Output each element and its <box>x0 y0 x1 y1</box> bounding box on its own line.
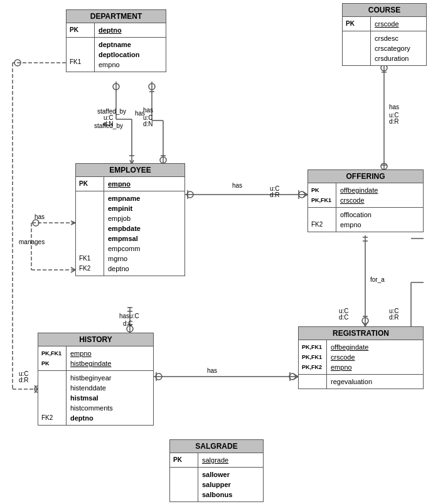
sal-attrs: sallower salupper salbonus <box>198 468 236 501</box>
hist-pk-attrs: empno histbegindate <box>67 346 115 370</box>
hist-histbeginyear: histbeginyear <box>70 373 113 383</box>
emp-mgrno: mgrno <box>108 254 141 264</box>
label-has-course: has <box>389 104 399 110</box>
emp-empbdate: empbdate <box>108 223 141 233</box>
entity-history: HISTORY PK,FK1 PK empno histbegindate FK… <box>38 333 154 426</box>
dn-has: d:N <box>143 121 153 127</box>
off-blank <box>311 210 333 220</box>
entity-employee-title: EMPLOYEE <box>76 164 184 177</box>
label-has-emp-offering: has <box>232 182 242 189</box>
hist-empno: empno <box>70 348 111 358</box>
off-pk-label: PK <box>311 185 333 195</box>
dc-for-a: d:C <box>339 314 349 321</box>
svg-point-12 <box>160 157 166 163</box>
entity-salgrade-title: SALGRADE <box>170 440 263 453</box>
off-crscode: crscode <box>340 195 378 205</box>
entity-salgrade: SALGRADE PK salgrade sallower salupper s… <box>169 439 264 502</box>
sal-salgrade: salgrade <box>202 455 228 465</box>
off-empno: empno <box>340 220 372 230</box>
dept-attrs: deptname deptlocation empno <box>95 38 143 72</box>
emp-empjob: empjob <box>108 213 141 223</box>
off-offbegindate: offbegindate <box>340 185 378 195</box>
hist-histbegindate: histbegindate <box>70 358 111 368</box>
reg-pkfk1-2-label: PK,FK1 <box>302 352 323 362</box>
course-crscategory: crscategory <box>375 43 410 53</box>
sal-pk-attrs: salgrade <box>198 453 232 467</box>
off-keys: PK PK,FK1 <box>308 183 336 207</box>
dept-pk-attrs: deptno <box>95 23 126 37</box>
hist-histmsal: histmsal <box>70 393 113 403</box>
label-has-dept-text: has <box>143 107 153 114</box>
off-fk2-label: FK2 <box>311 220 333 230</box>
entity-employee: EMPLOYEE PK empno FK1 FK2 empna <box>75 163 185 276</box>
entity-history-title: HISTORY <box>38 333 153 346</box>
dept-keys: PK <box>67 23 95 37</box>
dr-course: d:R <box>389 118 399 125</box>
emp-empno: empno <box>108 179 131 189</box>
entity-department-title: DEPARTMENT <box>67 10 166 23</box>
entity-registration-title: REGISTRATION <box>299 327 423 340</box>
svg-line-30 <box>365 322 368 326</box>
hist-pk-label: PK <box>41 358 63 368</box>
course-pk-label: PK <box>346 19 367 29</box>
entity-course-attrs: crsdesc crscategory crsduration <box>371 31 414 65</box>
label-manages: manages <box>19 239 45 245</box>
dr-left: d:R <box>19 377 29 383</box>
entity-offering-title: OFFERING <box>308 170 423 183</box>
emp-deptno: deptno <box>108 264 141 274</box>
entity-course-pk-attr: crscode <box>371 17 403 31</box>
label-hasu: hasu:C <box>119 313 139 319</box>
reg-regevaluation: regevaluation <box>331 377 372 387</box>
svg-point-56 <box>14 60 21 66</box>
sal-keys: PK <box>170 453 198 467</box>
hist-blank3 <box>41 393 63 403</box>
hist-keys2: FK2 <box>38 371 67 425</box>
hist-blank4 <box>41 403 63 413</box>
emp-fk1-label: FK1 <box>79 254 100 264</box>
svg-line-42 <box>294 377 298 379</box>
dept-deptlocation: deptlocation <box>99 50 139 60</box>
svg-line-49 <box>71 270 75 272</box>
off-pkfk1-label: PK,FK1 <box>311 195 333 205</box>
label-for-a: for_a <box>370 276 385 283</box>
svg-point-39 <box>156 373 162 380</box>
sal-salupper: salupper <box>202 480 232 490</box>
er-diagram: staffed_by has staffed_by has u:C d:N u:… <box>0 0 433 504</box>
svg-line-17 <box>303 192 307 195</box>
emp-keys2: FK1 FK2 <box>76 191 104 276</box>
emp-pk-label: PK <box>79 179 100 189</box>
label-has-left: has <box>35 213 45 220</box>
svg-line-18 <box>303 195 307 197</box>
reg-pk-attrs: offbegindate crscode empno <box>327 340 372 374</box>
hist-blank2 <box>41 383 63 393</box>
entity-course: COURSE PK crscode crsdesc crscategory cr… <box>342 3 427 66</box>
emp-key-blank6 <box>79 244 100 254</box>
entity-course-keys: PK <box>343 17 371 31</box>
emp-keys: PK <box>76 177 104 191</box>
emp-pk-attrs: empno <box>104 177 134 191</box>
label-has-hist: has <box>207 367 217 374</box>
off-keys2: FK2 <box>308 208 336 232</box>
sal-salbonus: salbonus <box>202 490 232 500</box>
entity-offering: OFFERING PK PK,FK1 offbegindate crscode … <box>307 169 424 232</box>
svg-point-15 <box>187 191 193 198</box>
course-crscode: crscode <box>375 19 399 29</box>
dept-keys2: FK1 <box>67 38 95 72</box>
dn-staffed: d:N <box>104 121 114 127</box>
svg-line-52 <box>71 223 75 225</box>
off-attrs: offlocation empno <box>336 208 375 232</box>
hist-histenddate: histenddate <box>70 383 113 393</box>
hist-histcomments: histcomments <box>70 403 113 413</box>
dept-pk-label: PK <box>70 25 91 35</box>
reg-pkfk2-label: PK,FK2 <box>302 362 323 372</box>
emp-key-blank1 <box>79 193 100 203</box>
hist-deptno: deptno <box>70 413 113 423</box>
svg-point-43 <box>289 373 296 380</box>
reg-keys: PK,FK1 PK,FK1 PK,FK2 <box>299 340 327 374</box>
dept-fk1-label: FK1 <box>70 57 91 67</box>
emp-fk2-label: FK2 <box>79 264 100 274</box>
reg-attrs: regevaluation <box>327 375 376 389</box>
off-pk-attrs: offbegindate crscode <box>336 183 382 207</box>
emp-key-blank4 <box>79 223 100 233</box>
svg-line-29 <box>363 322 365 326</box>
